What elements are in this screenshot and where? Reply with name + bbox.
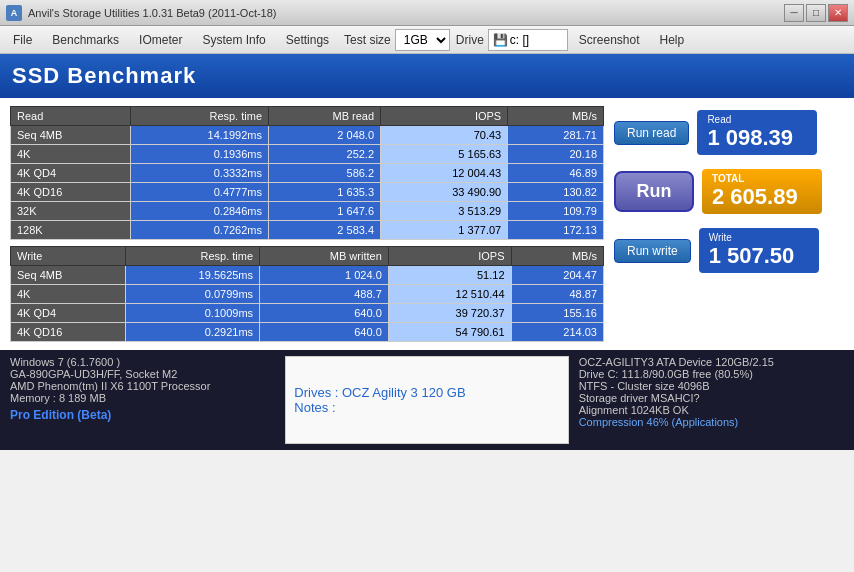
menu-systeminfo[interactable]: System Info xyxy=(193,29,274,51)
drive-value: c: [] xyxy=(510,33,529,47)
run-button[interactable]: Run xyxy=(614,171,694,212)
write-cell: 204.47 xyxy=(511,266,603,285)
write-cell: 4K QD4 xyxy=(11,304,126,323)
test-size-label: Test size xyxy=(344,33,391,47)
dev-line-6: Compression 46% (Applications) xyxy=(579,416,844,428)
menu-help[interactable]: Help xyxy=(651,29,694,51)
write-cell: 640.0 xyxy=(260,323,389,342)
read-cell: Seq 4MB xyxy=(11,126,131,145)
read-cell: 4K QD4 xyxy=(11,164,131,183)
write-cell: 54 790.61 xyxy=(388,323,511,342)
write-table: Write Resp. time MB written IOPS MB/s Se… xyxy=(10,246,604,342)
read-cell: 12 004.43 xyxy=(381,164,508,183)
title-controls[interactable]: ─ □ ✕ xyxy=(784,4,848,22)
read-table: Read Resp. time MB read IOPS MB/s Seq 4M… xyxy=(10,106,604,240)
system-info: Windows 7 (6.1.7600 ) GA-890GPA-UD3H/FF,… xyxy=(10,356,275,444)
drives-box: Drives : OCZ Agility 3 120 GB Notes : xyxy=(285,356,568,444)
read-cell: 281.71 xyxy=(508,126,604,145)
read-cell: 172.13 xyxy=(508,221,604,240)
read-cell: 4K QD16 xyxy=(11,183,131,202)
read-cell: 1 377.07 xyxy=(381,221,508,240)
close-button[interactable]: ✕ xyxy=(828,4,848,22)
total-score-label: TOTAL xyxy=(712,173,812,184)
read-cell: 252.2 xyxy=(269,145,381,164)
read-cell: 3 513.29 xyxy=(381,202,508,221)
menu-benchmarks[interactable]: Benchmarks xyxy=(43,29,128,51)
write-score-label: Write xyxy=(709,232,809,243)
col-mb-written: MB written xyxy=(260,247,389,266)
write-cell: 0.0799ms xyxy=(126,285,260,304)
read-table-row: 4K QD160.4777ms1 635.333 490.90130.82 xyxy=(11,183,604,202)
read-table-row: 4K0.1936ms252.25 165.6320.18 xyxy=(11,145,604,164)
read-cell: 1 647.6 xyxy=(269,202,381,221)
read-table-row: 128K0.7262ms2 583.41 377.07172.13 xyxy=(11,221,604,240)
run-read-button[interactable]: Run read xyxy=(614,121,689,145)
bottom-bar: Windows 7 (6.1.7600 ) GA-890GPA-UD3H/FF,… xyxy=(0,350,854,450)
write-cell: 0.2921ms xyxy=(126,323,260,342)
device-info: OCZ-AGILITY3 ATA Device 120GB/2.15 Drive… xyxy=(579,356,844,444)
run-write-button[interactable]: Run write xyxy=(614,239,691,263)
read-cell: 0.7262ms xyxy=(130,221,268,240)
read-cell: 2 583.4 xyxy=(269,221,381,240)
test-size-select[interactable]: 1GB xyxy=(395,29,450,51)
write-table-row: Seq 4MB19.5625ms1 024.051.12204.47 xyxy=(11,266,604,285)
write-cell: 1 024.0 xyxy=(260,266,389,285)
read-cell: 46.89 xyxy=(508,164,604,183)
write-score-box: Write 1 507.50 xyxy=(699,228,819,273)
write-table-row: 4K QD160.2921ms640.054 790.61214.03 xyxy=(11,323,604,342)
read-cell: 20.18 xyxy=(508,145,604,164)
read-cell: 128K xyxy=(11,221,131,240)
drive-selector[interactable]: 💾 c: [] xyxy=(488,29,568,51)
read-table-row: Seq 4MB14.1992ms2 048.070.43281.71 xyxy=(11,126,604,145)
dev-line-5: Alignment 1024KB OK xyxy=(579,404,844,416)
col-resp-time-w: Resp. time xyxy=(126,247,260,266)
read-cell: 33 490.90 xyxy=(381,183,508,202)
sys-line-0: Windows 7 (6.1.7600 ) xyxy=(10,356,275,368)
sys-line-1: GA-890GPA-UD3H/FF, Socket M2 xyxy=(10,368,275,380)
menu-bar: File Benchmarks IOmeter System Info Sett… xyxy=(0,26,854,54)
dev-line-2: NTFS - Cluster size 4096B xyxy=(579,380,844,392)
read-cell: 32K xyxy=(11,202,131,221)
read-score-label: Read xyxy=(707,114,807,125)
read-cell: 0.4777ms xyxy=(130,183,268,202)
benchmark-table: Read Resp. time MB read IOPS MB/s Seq 4M… xyxy=(10,106,604,342)
test-size-group: Test size 1GB xyxy=(344,29,450,51)
col-mbs-w: MB/s xyxy=(511,247,603,266)
drive-icon: 💾 xyxy=(493,33,508,47)
read-cell: 5 165.63 xyxy=(381,145,508,164)
write-cell: 12 510.44 xyxy=(388,285,511,304)
run-read-row: Run read Read 1 098.39 xyxy=(614,110,844,155)
sys-line-2: AMD Phenom(tm) II X6 1100T Processor xyxy=(10,380,275,392)
menu-settings[interactable]: Settings xyxy=(277,29,338,51)
title-left: A Anvil's Storage Utilities 1.0.31 Beta9… xyxy=(6,5,277,21)
read-cell: 1 635.3 xyxy=(269,183,381,202)
menu-iometer[interactable]: IOmeter xyxy=(130,29,191,51)
drives-text: Drives : OCZ Agility 3 120 GB xyxy=(294,385,559,400)
title-bar: A Anvil's Storage Utilities 1.0.31 Beta9… xyxy=(0,0,854,26)
write-cell: 48.87 xyxy=(511,285,603,304)
app-icon: A xyxy=(6,5,22,21)
maximize-button[interactable]: □ xyxy=(806,4,826,22)
read-cell: 2 048.0 xyxy=(269,126,381,145)
minimize-button[interactable]: ─ xyxy=(784,4,804,22)
write-score-value: 1 507.50 xyxy=(709,243,809,269)
write-header-row: Write Resp. time MB written IOPS MB/s xyxy=(11,247,604,266)
write-cell: 4K xyxy=(11,285,126,304)
menu-screenshot[interactable]: Screenshot xyxy=(570,29,649,51)
title-text: Anvil's Storage Utilities 1.0.31 Beta9 (… xyxy=(28,7,277,19)
col-write: Write xyxy=(11,247,126,266)
dev-line-1: Drive C: 111.8/90.0GB free (80.5%) xyxy=(579,368,844,380)
run-total-row: Run TOTAL 2 605.89 xyxy=(614,169,844,214)
write-cell: 640.0 xyxy=(260,304,389,323)
read-cell: 0.3332ms xyxy=(130,164,268,183)
write-table-row: 4K QD40.1009ms640.039 720.37155.16 xyxy=(11,304,604,323)
write-cell: 214.03 xyxy=(511,323,603,342)
col-resp-time: Resp. time xyxy=(130,107,268,126)
page-title: SSD Benchmark xyxy=(12,63,196,89)
write-cell: Seq 4MB xyxy=(11,266,126,285)
col-iops-w: IOPS xyxy=(388,247,511,266)
pro-edition-label: Pro Edition (Beta) xyxy=(10,408,275,422)
right-panel: Run read Read 1 098.39 Run TOTAL 2 605.8… xyxy=(614,106,844,342)
read-header-row: Read Resp. time MB read IOPS MB/s xyxy=(11,107,604,126)
menu-file[interactable]: File xyxy=(4,29,41,51)
